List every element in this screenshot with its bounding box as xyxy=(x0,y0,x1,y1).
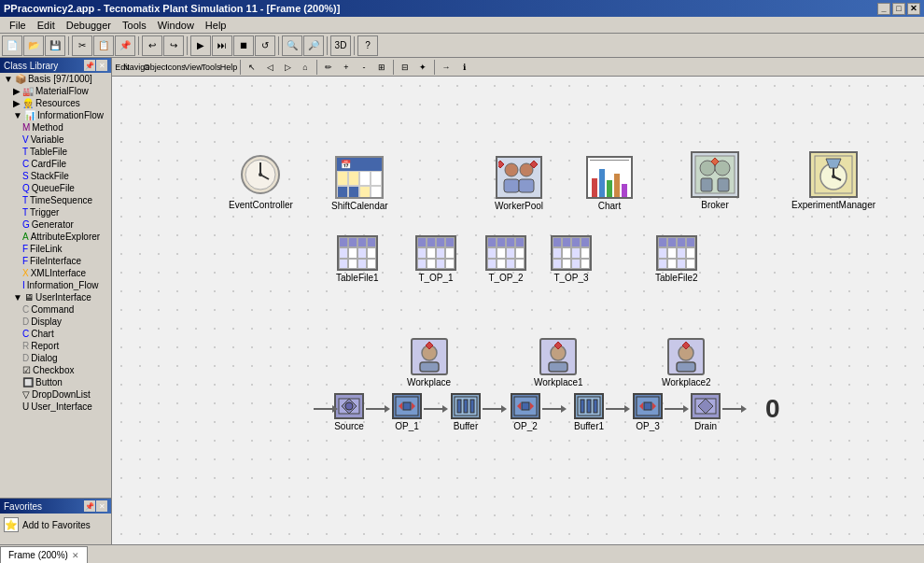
titlebar-controls[interactable]: _ □ ✕ xyxy=(877,3,920,15)
toolbar-zoom-out[interactable]: 🔎 xyxy=(303,35,324,56)
sim-workplace1[interactable]: Workplace1 xyxy=(534,338,583,387)
class-tree[interactable]: ▼📦 Basis [97/1000] ▶🏭 MaterialFlow ▶👷 Re… xyxy=(0,73,111,498)
sim-tablefile2[interactable]: TableFile2 xyxy=(655,235,698,283)
tab-close-btn[interactable]: ✕ xyxy=(72,551,79,560)
ctool-grid[interactable]: ⊟ xyxy=(397,59,413,76)
fav-pin-btn[interactable]: 📌 xyxy=(84,500,95,512)
minimize-btn[interactable]: _ xyxy=(877,3,890,15)
toolbar-stop[interactable]: ⏹ xyxy=(233,35,254,56)
sim-workerpool[interactable]: WorkerPool xyxy=(495,156,543,211)
sim-chart[interactable]: Chart xyxy=(586,156,633,211)
toolbar-run[interactable]: ▶ xyxy=(190,35,211,56)
close-btn[interactable]: ✕ xyxy=(907,3,920,15)
menu-window[interactable]: Window xyxy=(152,19,200,32)
menu-help[interactable]: Help xyxy=(200,19,232,32)
sim-op1[interactable]: OP_1 xyxy=(392,393,422,431)
tree-userinterface[interactable]: ▼🖥 UserInterface xyxy=(9,291,111,303)
toolbar-new[interactable]: 📄 xyxy=(2,35,22,56)
sim-eventcontroller[interactable]: EventController xyxy=(229,151,293,210)
ctool-forward[interactable]: ▷ xyxy=(279,59,296,76)
ctool-pencil[interactable]: ✏ xyxy=(320,59,337,76)
ctool-info[interactable]: ℹ xyxy=(455,59,472,76)
tree-resources[interactable]: ▶👷 Resources xyxy=(9,97,111,109)
tree-basis[interactable]: ▼📦 Basis [97/1000] xyxy=(0,73,111,85)
ctool-zoom-in[interactable]: + xyxy=(338,59,355,76)
sim-buffer1[interactable]: Buffer1 xyxy=(574,393,604,431)
frame-canvas[interactable]: EventController 📅 xyxy=(112,77,924,544)
toolbar-reset[interactable]: ↺ xyxy=(255,35,275,56)
menu-debugger[interactable]: Debugger xyxy=(61,19,117,32)
tree-dropdownlist[interactable]: ▽ DropDownList xyxy=(19,388,111,401)
menu-edit[interactable]: Edit xyxy=(32,19,61,32)
toolbar-undo[interactable]: ↩ xyxy=(142,35,162,56)
tree-cardfile[interactable]: C CardFile xyxy=(19,158,111,170)
ctool-back[interactable]: ◁ xyxy=(261,59,278,76)
sim-t-op-1[interactable]: T_OP_1 xyxy=(415,235,456,283)
ctool-objects[interactable]: Objects xyxy=(149,59,166,76)
menu-tools[interactable]: Tools xyxy=(117,19,152,32)
tree-method[interactable]: M Method xyxy=(19,121,111,134)
sim-tablefile1[interactable]: TableFile1 xyxy=(336,235,379,283)
tree-chart[interactable]: C Chart xyxy=(19,328,111,340)
tree-materialflow[interactable]: ▶🏭 MaterialFlow xyxy=(9,85,111,97)
toolbar-cut[interactable]: ✂ xyxy=(72,35,92,56)
sim-op2[interactable]: OP_2 xyxy=(511,393,540,431)
tree-dialog[interactable]: D Dialog xyxy=(19,352,111,364)
fav-close-btn[interactable]: ✕ xyxy=(96,500,107,512)
toolbar-help[interactable]: ? xyxy=(357,35,378,56)
sim-broker[interactable]: Broker xyxy=(691,151,739,210)
toolbar-save[interactable]: 💾 xyxy=(45,35,65,56)
ctool-select[interactable]: ↖ xyxy=(244,59,260,76)
ctool-fit[interactable]: ⊞ xyxy=(373,59,390,76)
ctool-snap[interactable]: ✦ xyxy=(414,59,431,76)
tree-checkbox[interactable]: ☑ Checkbox xyxy=(19,364,111,376)
ctool-icons[interactable]: Icons xyxy=(167,59,184,76)
sim-shiftcalendar[interactable]: 📅 ShiftCalendar xyxy=(331,156,388,211)
ctool-home[interactable]: ⌂ xyxy=(297,59,314,76)
toolbar-paste[interactable]: 📌 xyxy=(115,35,135,56)
tree-display[interactable]: D Display xyxy=(19,316,111,328)
panel-close-btn[interactable]: ✕ xyxy=(96,60,107,71)
ctool-view[interactable]: View xyxy=(185,59,202,76)
tree-xmlinterface[interactable]: X XMLInterface xyxy=(19,267,111,279)
add-to-favorites-btn[interactable]: ⭐ xyxy=(4,517,19,532)
tree-fileinterface[interactable]: F FileInterface xyxy=(19,255,111,267)
sim-buffer[interactable]: Buffer xyxy=(451,393,481,431)
sim-t-op-2[interactable]: T_OP_2 xyxy=(485,235,526,283)
sim-drain[interactable]: Drain xyxy=(691,393,721,431)
sim-workplace2[interactable]: Workplace2 xyxy=(662,338,711,387)
tree-filelink[interactable]: F FileLink xyxy=(19,243,111,255)
toolbar-zoom-in[interactable]: 🔍 xyxy=(282,35,302,56)
tree-attributeexplorer[interactable]: A AttributeExplorer xyxy=(19,231,111,243)
tree-queuefile[interactable]: Q QueueFile xyxy=(19,182,111,194)
ctool-arrow[interactable]: → xyxy=(438,59,455,76)
panel-pin-btn[interactable]: 📌 xyxy=(84,60,95,71)
tab-frame[interactable]: Frame (200%) ✕ xyxy=(0,546,88,563)
toolbar-open[interactable]: 📂 xyxy=(23,35,44,56)
tree-report[interactable]: R Report xyxy=(19,340,111,352)
tree-tablefile[interactable]: T TableFile xyxy=(19,146,111,158)
tree-variable[interactable]: V Variable xyxy=(19,134,111,146)
ctool-tools[interactable]: Tools xyxy=(203,59,219,76)
tree-timesequence[interactable]: T TimeSequence xyxy=(19,194,111,206)
toolbar-step[interactable]: ⏭ xyxy=(212,35,232,56)
sim-workplace[interactable]: Workplace xyxy=(407,338,451,387)
sim-experimentmanager[interactable]: ExperimentManager xyxy=(791,151,875,210)
toolbar-copy[interactable]: 📋 xyxy=(93,35,114,56)
toolbar-3d[interactable]: 3D xyxy=(330,35,351,56)
tree-informationflow[interactable]: ▼📊 InformationFlow xyxy=(9,109,111,121)
sim-t-op-3[interactable]: T_OP_3 xyxy=(551,235,592,283)
toolbar-redo[interactable]: ↪ xyxy=(163,35,184,56)
tree-user-interface[interactable]: U User_Interface xyxy=(19,401,111,413)
ctool-zoom-out[interactable]: - xyxy=(356,59,372,76)
tree-generator[interactable]: G Generator xyxy=(19,218,111,231)
sim-source[interactable]: Source xyxy=(334,393,364,431)
maximize-btn[interactable]: □ xyxy=(892,3,905,15)
tree-trigger[interactable]: T Trigger xyxy=(19,206,111,218)
tree-button[interactable]: 🔲 Button xyxy=(19,376,111,388)
ctool-help[interactable]: Help xyxy=(220,59,237,76)
tree-information-flow[interactable]: I Information_Flow xyxy=(19,279,111,291)
tree-stackfile[interactable]: S StackFile xyxy=(19,170,111,182)
menu-file[interactable]: File xyxy=(4,19,32,32)
sim-op3[interactable]: OP_3 xyxy=(633,393,663,431)
